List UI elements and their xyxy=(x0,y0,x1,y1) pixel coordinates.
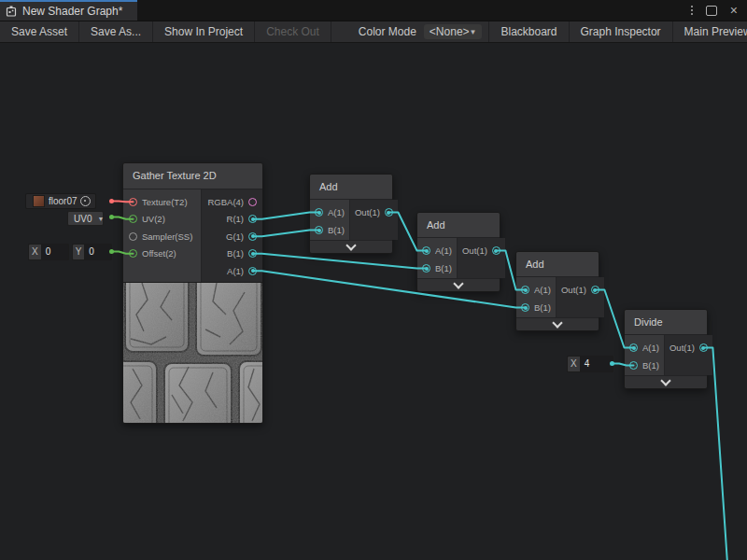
texture-object-field[interactable]: floor07 xyxy=(25,193,96,209)
x-label: X xyxy=(567,356,580,372)
b-input-port[interactable] xyxy=(629,361,638,370)
port-label: B(1) xyxy=(435,263,452,273)
x-value-input[interactable]: 4 xyxy=(580,356,613,372)
out-output-port[interactable] xyxy=(385,208,393,217)
graph-inspector-toggle-button[interactable]: Graph Inspector xyxy=(569,21,672,42)
object-picker-icon[interactable] xyxy=(80,196,91,206)
chevron-down-icon xyxy=(453,278,463,288)
port-label: A(1) xyxy=(227,266,244,276)
close-icon[interactable]: × xyxy=(730,4,738,17)
node-title: Divide xyxy=(625,310,707,335)
a-input-port[interactable] xyxy=(422,246,430,255)
node-add-3[interactable]: Add A(1) B(1) Out(1) xyxy=(515,251,599,331)
a-input-port[interactable] xyxy=(315,208,323,217)
node-gather-texture-2d[interactable]: Gather Texture 2D Texture(T2) UV(2) Samp… xyxy=(122,162,263,424)
color-mode-dropdown[interactable]: <None> ▼ xyxy=(424,24,483,39)
divisor-vector1-field[interactable]: X 4 xyxy=(567,357,616,371)
node-title: Add xyxy=(516,252,599,277)
x-value-input[interactable]: 0 xyxy=(41,244,69,260)
tab-new-shader-graph[interactable]: New Shader Graph* xyxy=(0,0,137,21)
node-title: Add xyxy=(417,213,500,238)
node-title: Add xyxy=(310,175,392,200)
a-input-port[interactable] xyxy=(629,343,638,352)
node-collapse-strip[interactable] xyxy=(516,317,599,330)
divisor-widget-port[interactable] xyxy=(610,361,614,366)
graph-edges xyxy=(0,43,747,560)
port-label: A(1) xyxy=(642,343,659,353)
a-output-port[interactable] xyxy=(248,267,257,275)
g-output-port[interactable] xyxy=(248,232,257,241)
uv-channel-value: UV0 xyxy=(74,214,92,224)
port-label: Sampler(SS) xyxy=(142,231,192,242)
r-output-port[interactable] xyxy=(248,215,257,223)
offset-input-port[interactable] xyxy=(129,249,137,258)
port-row-sampler: Sampler(SS) xyxy=(123,228,201,245)
node-add-1[interactable]: Add A(1) B(1) Out(1) xyxy=(309,174,393,254)
out-output-port[interactable] xyxy=(591,286,599,294)
tab-title: New Shader Graph* xyxy=(22,5,122,18)
port-row-b: B(1) xyxy=(202,245,262,263)
port-label: A(1) xyxy=(435,245,452,256)
node-collapse-strip[interactable] xyxy=(417,278,500,291)
chevron-down-icon xyxy=(552,317,562,328)
y-value-input[interactable]: 0 xyxy=(84,244,112,260)
show-in-project-button[interactable]: Show In Project xyxy=(153,21,255,42)
port-row-g: G(1) xyxy=(202,228,262,245)
uv-widget-port[interactable] xyxy=(109,215,114,219)
port-label: UV(2) xyxy=(142,214,165,224)
b-input-port[interactable] xyxy=(521,303,529,312)
port-row-a: A(1) xyxy=(202,262,262,280)
offset-widget-port[interactable] xyxy=(109,249,114,254)
x-label: X xyxy=(28,244,41,260)
port-row-uv: UV(2) xyxy=(123,211,201,229)
port-label: Out(1) xyxy=(561,285,586,295)
port-label: B(1) xyxy=(227,248,244,259)
port-row-offset: Offset(2) xyxy=(123,245,201,263)
chevron-down-icon: ▼ xyxy=(470,28,477,36)
port-row-r: R(1) xyxy=(202,211,262,229)
port-label: B(1) xyxy=(534,302,551,313)
port-label: Out(1) xyxy=(355,207,380,217)
port-label: B(1) xyxy=(328,225,345,235)
uv-channel-dropdown[interactable]: UV0 ▼ xyxy=(67,211,104,226)
y-label: Y xyxy=(72,244,85,260)
sampler-input-port[interactable] xyxy=(129,232,137,241)
texture-input-port[interactable] xyxy=(129,198,137,206)
b-input-port[interactable] xyxy=(422,264,430,273)
offset-vector2-field[interactable]: X 0 Y 0 xyxy=(28,245,115,259)
b-output-port[interactable] xyxy=(248,249,257,258)
b-input-port[interactable] xyxy=(315,226,323,234)
blackboard-toggle-button[interactable]: Blackboard xyxy=(488,21,568,42)
check-out-button: Check Out xyxy=(255,21,331,42)
rgba-output-port[interactable] xyxy=(248,198,257,206)
port-label: A(1) xyxy=(534,285,551,295)
maximize-icon[interactable] xyxy=(706,6,717,16)
chevron-down-icon xyxy=(660,375,670,385)
texture-name: floor07 xyxy=(49,196,78,206)
save-as-button[interactable]: Save As... xyxy=(79,21,153,42)
a-input-port[interactable] xyxy=(521,286,529,294)
save-asset-button[interactable]: Save Asset xyxy=(0,21,79,42)
port-row-texture: Texture(T2) xyxy=(123,193,201,211)
node-collapse-strip[interactable] xyxy=(625,375,707,388)
window-menu-icon[interactable] xyxy=(691,6,693,15)
texture-widget-port[interactable] xyxy=(109,199,114,203)
main-preview-toggle-button[interactable]: Main Preview xyxy=(672,21,747,42)
window-titlebar: New Shader Graph* × xyxy=(0,0,747,21)
uv-input-port[interactable] xyxy=(129,215,137,223)
port-label: RGBA(4) xyxy=(207,197,244,207)
texture-preview xyxy=(123,282,262,423)
texture-thumbnail xyxy=(33,195,45,207)
out-output-port[interactable] xyxy=(492,246,500,255)
port-label: A(1) xyxy=(328,207,345,217)
out-output-port[interactable] xyxy=(699,343,708,352)
node-collapse-strip[interactable] xyxy=(310,240,392,253)
port-label: G(1) xyxy=(226,231,244,242)
port-label: Offset(2) xyxy=(142,248,176,259)
port-row-rgba: RGBA(4) xyxy=(202,193,262,211)
port-label: B(1) xyxy=(642,360,659,371)
node-add-2[interactable]: Add A(1) B(1) Out(1) xyxy=(416,212,500,292)
node-divide[interactable]: Divide A(1) B(1) Out(1) xyxy=(624,309,708,389)
port-label: R(1) xyxy=(227,214,244,224)
graph-canvas[interactable]: Gather Texture 2D Texture(T2) UV(2) Samp… xyxy=(0,43,747,560)
